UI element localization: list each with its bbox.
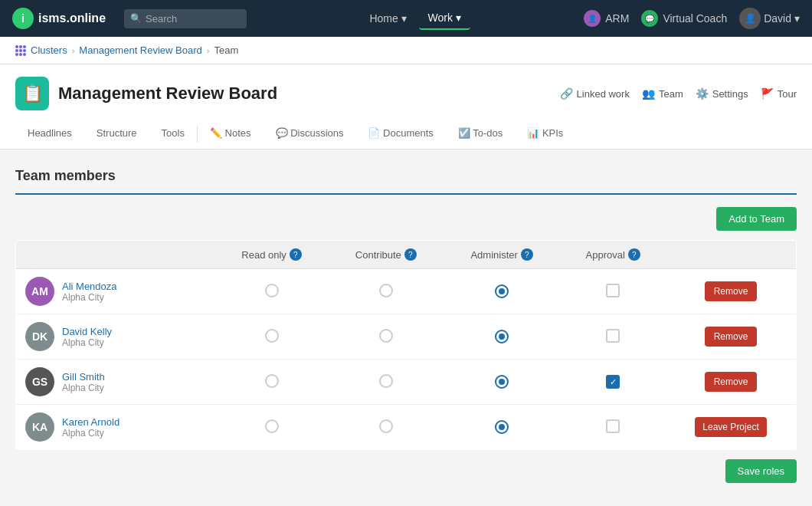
member-avatar: KA — [25, 412, 54, 442]
approval-checkbox[interactable] — [606, 329, 620, 343]
main-nav: Home ▾ Work ▾ — [265, 7, 565, 30]
member-cell-2: GS Gill Smith Alpha City — [16, 360, 215, 405]
member-avatar: DK — [25, 322, 54, 351]
contribute-cell-2[interactable] — [329, 360, 444, 405]
administer-radio[interactable] — [495, 284, 509, 298]
user-dropdown-arrow: ▾ — [794, 12, 800, 25]
brand-logo[interactable]: i isms.online — [12, 8, 106, 29]
page-title: Management Review Board — [58, 84, 277, 104]
approval-cell-0[interactable] — [560, 269, 666, 314]
administer-cell-1[interactable] — [444, 314, 560, 360]
member-name: David Kelly — [62, 326, 112, 337]
add-to-team-button[interactable]: Add to Team — [716, 207, 797, 231]
breadcrumb-current: Team — [214, 44, 238, 56]
save-row: Save roles — [15, 459, 797, 483]
linked-work-label: Linked work — [577, 88, 630, 100]
breadcrumb-sep-1: › — [72, 46, 75, 55]
contribute-radio[interactable] — [379, 374, 393, 388]
tour-label: Tour — [778, 88, 797, 100]
search-icon: 🔍 — [130, 13, 142, 24]
read-only-radio[interactable] — [265, 374, 279, 388]
gear-icon: ⚙️ — [696, 87, 709, 100]
administer-cell-2[interactable] — [444, 360, 560, 405]
tab-todos[interactable]: ☑️ To-dos — [446, 120, 515, 149]
save-roles-button[interactable]: Save roles — [725, 459, 797, 483]
arm-icon: 👤 — [584, 10, 601, 27]
member-name: Gill Smith — [62, 371, 105, 383]
member-org: Alpha City — [62, 292, 117, 303]
col-member — [16, 241, 215, 269]
read-only-radio[interactable] — [265, 284, 279, 297]
administer-cell-3[interactable] — [444, 405, 560, 450]
page-header: 📋 Management Review Board 🔗 Linked work … — [0, 64, 812, 150]
nav-arm[interactable]: 👤 ARM — [584, 10, 629, 27]
approval-cell-1[interactable] — [560, 314, 666, 360]
approval-help-icon[interactable]: ? — [628, 248, 640, 261]
member-avatar: AM — [25, 277, 54, 306]
approval-checkbox[interactable] — [606, 284, 620, 297]
flag-icon: 🚩 — [761, 87, 774, 100]
contribute-radio[interactable] — [379, 419, 393, 433]
read-only-cell-1[interactable] — [215, 314, 329, 360]
approval-cell-3[interactable] — [560, 405, 666, 450]
table-row: AM Ali Mendoza Alpha City Remove — [16, 269, 797, 314]
approval-checkbox[interactable] — [606, 419, 620, 433]
tab-discussions[interactable]: 💬 Discussions — [264, 120, 356, 149]
tab-documents[interactable]: 📄 Documents — [355, 120, 445, 149]
contribute-cell-3[interactable] — [329, 405, 444, 450]
tour-action[interactable]: 🚩 Tour — [761, 87, 797, 100]
nav-home[interactable]: Home ▾ — [360, 8, 415, 29]
main-content: Team members Add to Team Read only ? Con… — [0, 150, 812, 506]
contribute-radio[interactable] — [379, 284, 393, 297]
navbar: i isms.online 🔍 Home ▾ Work ▾ 👤 ARM 💬 Vi… — [0, 0, 812, 37]
administer-radio[interactable] — [495, 375, 509, 389]
administer-radio[interactable] — [495, 330, 509, 343]
tab-headlines[interactable]: Headlines — [15, 120, 84, 149]
breadcrumb-clusters[interactable]: Clusters — [31, 44, 67, 56]
breadcrumb-board[interactable]: Management Review Board — [79, 44, 201, 56]
read-only-radio[interactable] — [265, 419, 279, 433]
linked-work-action[interactable]: 🔗 Linked work — [560, 87, 630, 100]
member-cell-1: DK David Kelly Alpha City — [16, 314, 215, 360]
team-table-body: AM Ali Mendoza Alpha City Remove DK Davi… — [16, 269, 797, 450]
administer-radio[interactable] — [495, 420, 509, 434]
remove-button[interactable]: Remove — [705, 372, 758, 392]
tab-notes[interactable]: ✏️ Notes — [198, 120, 264, 149]
tab-kpis[interactable]: 📊 KPIs — [515, 120, 575, 149]
member-org: Alpha City — [62, 428, 120, 439]
contribute-cell-1[interactable] — [329, 314, 444, 360]
tab-structure[interactable]: Structure — [84, 120, 149, 149]
read-only-cell-0[interactable] — [215, 269, 329, 314]
remove-button[interactable]: Remove — [705, 281, 758, 301]
read-only-cell-3[interactable] — [215, 405, 329, 450]
page-icon: 📋 — [15, 77, 49, 110]
read-only-help-icon[interactable]: ? — [290, 248, 302, 261]
approval-checkbox[interactable] — [606, 375, 620, 389]
nav-work[interactable]: Work ▾ — [419, 7, 470, 30]
action-cell-2: Remove — [666, 360, 796, 405]
member-avatar: GS — [25, 367, 54, 396]
nav-virtual-coach[interactable]: 💬 Virtual Coach — [641, 10, 727, 27]
search-input[interactable] — [124, 9, 247, 28]
team-action[interactable]: 👥 Team — [642, 87, 683, 100]
settings-action[interactable]: ⚙️ Settings — [696, 87, 748, 100]
tab-tools[interactable]: Tools — [149, 120, 197, 149]
read-only-radio[interactable] — [265, 329, 279, 343]
team-label: Team — [659, 88, 683, 100]
contribute-cell-0[interactable] — [329, 269, 444, 314]
approval-cell-2[interactable] — [560, 360, 666, 405]
administer-cell-0[interactable] — [444, 269, 560, 314]
remove-button[interactable]: Remove — [705, 327, 758, 347]
action-cell-3: Leave Project — [666, 405, 796, 450]
action-cell-1: Remove — [666, 314, 796, 360]
contribute-radio[interactable] — [379, 329, 393, 343]
section-title: Team members — [15, 168, 116, 184]
user-menu[interactable]: 👤 David ▾ — [739, 8, 800, 29]
read-only-cell-2[interactable] — [215, 360, 329, 405]
coach-label: Virtual Coach — [663, 12, 727, 25]
administer-help-icon[interactable]: ? — [521, 248, 533, 261]
leave-project-button[interactable]: Leave Project — [695, 417, 766, 437]
contribute-help-icon[interactable]: ? — [404, 248, 417, 261]
section-header: Team members — [15, 168, 797, 184]
arm-label: ARM — [605, 12, 629, 25]
